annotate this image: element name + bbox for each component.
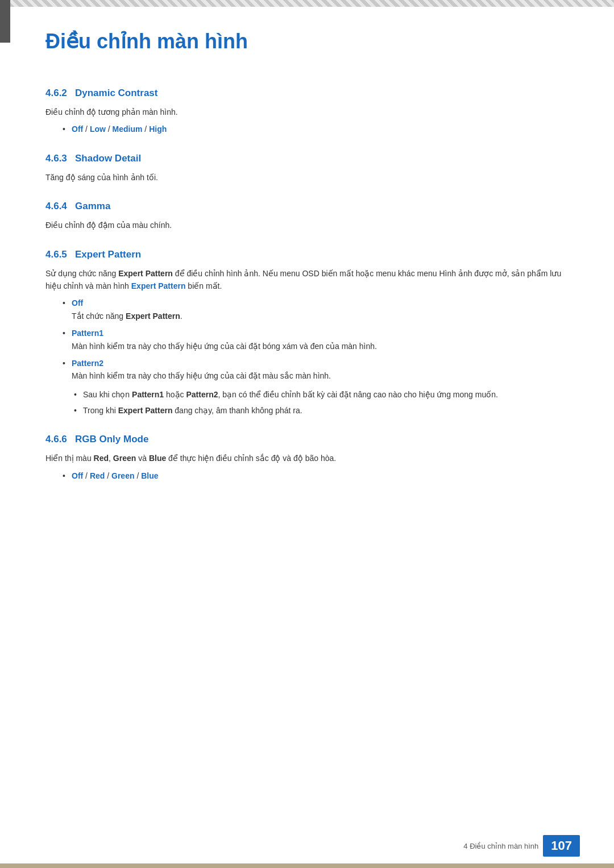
list-item: Off / Low / Medium / High <box>63 123 569 135</box>
option-red: Red <box>90 471 105 480</box>
separator: / <box>136 471 141 480</box>
section-4-6-6-description: Hiển thị màu Red, Green và Blue để thực … <box>45 452 569 464</box>
section-4-6-5-notes: Sau khi chọn Pattern1 hoặc Pattern2, bạn… <box>45 388 569 417</box>
section-4-6-6-bullets: Off / Red / Green / Blue <box>45 470 569 482</box>
section-4-6-5-heading: 4.6.5 Expert Pattern <box>45 249 569 260</box>
option-off-description: Tắt chức năng Expert Pattern. <box>72 312 182 321</box>
note-1: Sau khi chọn Pattern1 hoặc Pattern2, bạn… <box>74 388 569 401</box>
separator: / <box>107 471 111 480</box>
section-4-6-4-description: Điều chỉnh độ đậm của màu chính. <box>45 219 569 231</box>
section-4-6-2-bullets: Off / Low / Medium / High <box>45 123 569 135</box>
top-decorative-stripe <box>0 0 614 7</box>
list-item-off: Off Tắt chức năng Expert Pattern. <box>63 297 569 322</box>
option-off: Off <box>72 124 83 134</box>
section-4-6-4: 4.6.4 Gamma Điều chỉnh độ đậm của màu ch… <box>45 201 569 231</box>
option-pattern2: Pattern2 <box>72 359 103 368</box>
footer-stripe <box>0 863 614 868</box>
page-number: 107 <box>543 835 580 857</box>
option-medium: Medium <box>113 124 143 134</box>
separator: / <box>144 124 149 134</box>
section-4-6-4-heading: 4.6.4 Gamma <box>45 201 569 212</box>
option-pattern1: Pattern1 <box>72 329 103 338</box>
separator: / <box>108 124 113 134</box>
option-blue: Blue <box>141 471 158 480</box>
section-4-6-2-description: Điều chỉnh độ tương phản màn hình. <box>45 106 569 118</box>
list-item-pattern1: Pattern1 Màn hình kiểm tra này cho thấy … <box>63 327 569 352</box>
section-4-6-2-heading: 4.6.2 Dynamic Contrast <box>45 88 569 99</box>
section-4-6-3-heading: 4.6.3 Shadow Detail <box>45 153 569 164</box>
footer: 4 Điều chỉnh màn hình 107 <box>463 835 580 857</box>
section-4-6-5-bullets: Off Tắt chức năng Expert Pattern. Patter… <box>45 297 569 382</box>
left-accent-block <box>0 0 10 43</box>
option-green: Green <box>111 471 134 480</box>
option-pattern2-description: Màn hình kiểm tra này cho thấy hiệu ứng … <box>72 371 331 380</box>
separator: / <box>85 124 90 134</box>
option-low: Low <box>90 124 106 134</box>
option-off: Off <box>72 471 83 480</box>
option-off: Off <box>72 298 83 308</box>
option-high: High <box>149 124 167 134</box>
list-item: Off / Red / Green / Blue <box>63 470 569 482</box>
section-4-6-6: 4.6.6 RGB Only Mode Hiển thị màu Red, Gr… <box>45 434 569 482</box>
section-4-6-3: 4.6.3 Shadow Detail Tăng độ sáng của hìn… <box>45 153 569 184</box>
section-4-6-5-description: Sử dụng chức năng Expert Pattern để điều… <box>45 267 569 293</box>
section-4-6-3-description: Tăng độ sáng của hình ảnh tối. <box>45 171 569 184</box>
section-4-6-2: 4.6.2 Dynamic Contrast Điều chỉnh độ tươ… <box>45 88 569 136</box>
section-4-6-6-heading: 4.6.6 RGB Only Mode <box>45 434 569 445</box>
separator: / <box>85 471 90 480</box>
note-2: Trong khi Expert Pattern đang chạy, âm t… <box>74 404 569 417</box>
page-title: Điều chỉnh màn hình <box>45 30 569 53</box>
section-4-6-5: 4.6.5 Expert Pattern Sử dụng chức năng E… <box>45 249 569 417</box>
footer-text: 4 Điều chỉnh màn hình <box>463 842 538 850</box>
option-pattern1-description: Màn hình kiểm tra này cho thấy hiệu ứng … <box>72 342 377 351</box>
list-item-pattern2: Pattern2 Màn hình kiểm tra này cho thấy … <box>63 357 569 383</box>
